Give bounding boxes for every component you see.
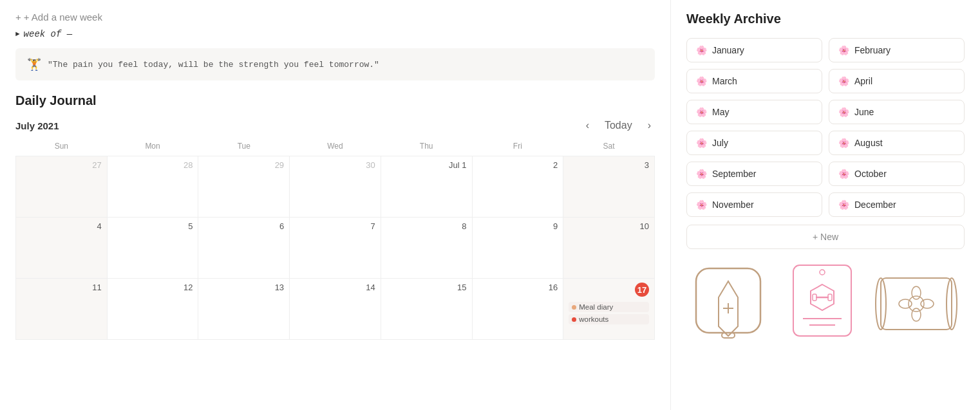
calendar-day-cell[interactable]: 9 bbox=[472, 218, 563, 279]
calendar-week-row: 27282930Jul 123 bbox=[16, 156, 655, 218]
archive-month-label: June bbox=[854, 107, 874, 117]
calendar-day-cell[interactable]: 10 bbox=[563, 218, 655, 279]
calendar-grid: Sun Mon Tue Wed Thu Fri Sat 27282930Jul … bbox=[15, 139, 655, 340]
day-number: 14 bbox=[366, 283, 375, 292]
calendar-day-cell[interactable]: 27 bbox=[16, 156, 108, 218]
left-panel: + + Add a new week ► week of — 🏋️ "The p… bbox=[0, 0, 671, 410]
calendar-day-cell[interactable]: 2 bbox=[472, 156, 563, 218]
yoga-illustration bbox=[874, 262, 958, 346]
event-dot bbox=[572, 317, 576, 322]
calendar-day-cell[interactable]: 13 bbox=[198, 279, 290, 340]
day-number: 12 bbox=[184, 283, 193, 292]
day-number: 5 bbox=[188, 221, 193, 231]
archive-grid: 🌸January🌸February🌸March🌸April🌸May🌸June🌸J… bbox=[686, 38, 965, 217]
add-week-label: + Add a new week bbox=[24, 12, 102, 23]
day-number: 15 bbox=[457, 283, 466, 292]
day-number: 16 bbox=[549, 283, 558, 292]
archive-month-icon: 🌸 bbox=[838, 76, 849, 86]
new-button[interactable]: + New bbox=[686, 225, 965, 249]
calendar-day-cell[interactable]: 7 bbox=[290, 218, 381, 279]
calendar-day-cell[interactable]: 6 bbox=[198, 218, 290, 279]
prev-month-button[interactable]: ‹ bbox=[582, 118, 593, 133]
calendar-week-row: 11121314151617Meal diaryworkouts bbox=[16, 279, 655, 340]
archive-month-label: July bbox=[712, 138, 728, 148]
svg-rect-0 bbox=[696, 268, 760, 333]
archive-month-label: August bbox=[854, 138, 883, 148]
svg-point-19 bbox=[921, 299, 934, 308]
archive-month-icon: 🌸 bbox=[696, 138, 707, 148]
week-of-row[interactable]: ► week of — bbox=[15, 29, 655, 39]
next-month-button[interactable]: › bbox=[644, 118, 655, 133]
calendar-day-cell[interactable]: 17Meal diaryworkouts bbox=[563, 279, 655, 340]
col-sun: Sun bbox=[16, 139, 108, 156]
archive-month-icon: 🌸 bbox=[696, 107, 707, 117]
svg-point-17 bbox=[912, 308, 921, 321]
day-number: 2 bbox=[553, 160, 558, 170]
calendar-days-header: Sun Mon Tue Wed Thu Fri Sat bbox=[16, 139, 655, 156]
calendar-day-cell[interactable]: 30 bbox=[290, 156, 381, 218]
calendar-day-cell[interactable]: 3 bbox=[563, 156, 655, 218]
quote-box: 🏋️ "The pain you feel today, will be the… bbox=[15, 48, 655, 80]
calendar-day-cell[interactable]: 14 bbox=[290, 279, 381, 340]
archive-month-item[interactable]: 🌸October bbox=[829, 162, 965, 186]
weekly-archive-title: Weekly Archive bbox=[686, 12, 965, 26]
archive-month-icon: 🌸 bbox=[696, 76, 707, 86]
archive-month-item[interactable]: 🌸March bbox=[686, 69, 822, 93]
day-number: 29 bbox=[275, 160, 284, 170]
archive-month-item[interactable]: 🌸May bbox=[686, 100, 822, 124]
archive-month-icon: 🌸 bbox=[838, 200, 849, 210]
calendar-header: July 2021 ‹ Today › bbox=[15, 118, 655, 133]
calendar-day-cell[interactable]: 5 bbox=[107, 218, 198, 279]
add-week-button[interactable]: + + Add a new week bbox=[15, 12, 655, 23]
calendar-day-cell[interactable]: 4 bbox=[16, 218, 108, 279]
calendar-day-cell[interactable]: 15 bbox=[381, 279, 472, 340]
calendar-nav: ‹ Today › bbox=[582, 118, 655, 133]
illustrations bbox=[686, 262, 965, 346]
day-number: 7 bbox=[371, 221, 375, 231]
day-number: 4 bbox=[97, 221, 101, 231]
archive-month-icon: 🌸 bbox=[696, 169, 707, 179]
archive-month-item[interactable]: 🌸June bbox=[829, 100, 965, 124]
water-drop-illustration bbox=[686, 262, 770, 346]
archive-month-item[interactable]: 🌸April bbox=[829, 69, 965, 93]
svg-point-15 bbox=[909, 296, 924, 312]
svg-point-16 bbox=[912, 286, 921, 299]
day-number: 10 bbox=[640, 221, 649, 231]
archive-month-item[interactable]: 🌸December bbox=[829, 192, 965, 217]
day-number: 11 bbox=[92, 283, 101, 292]
week-of-label: week of — bbox=[24, 29, 73, 39]
day-number: 9 bbox=[553, 221, 558, 231]
plus-icon: + bbox=[15, 12, 21, 23]
archive-month-item[interactable]: 🌸July bbox=[686, 131, 822, 155]
event-tag[interactable]: workouts bbox=[569, 314, 649, 324]
calendar-day-cell[interactable]: Jul 1 bbox=[381, 156, 472, 218]
archive-month-icon: 🌸 bbox=[838, 107, 849, 117]
svg-point-11 bbox=[820, 270, 825, 275]
calendar-day-cell[interactable]: 11 bbox=[16, 279, 108, 340]
day-number: 27 bbox=[92, 160, 101, 170]
archive-month-item[interactable]: 🌸February bbox=[829, 38, 965, 62]
calendar-day-cell[interactable]: 29 bbox=[198, 156, 290, 218]
day-number: 3 bbox=[645, 160, 649, 170]
archive-month-item[interactable]: 🌸January bbox=[686, 38, 822, 62]
archive-month-item[interactable]: 🌸September bbox=[686, 162, 822, 186]
today-button[interactable]: Today bbox=[601, 118, 636, 133]
event-label: Meal diary bbox=[579, 303, 613, 311]
col-sat: Sat bbox=[563, 139, 655, 156]
col-fri: Fri bbox=[472, 139, 563, 156]
calendar-day-cell[interactable]: 8 bbox=[381, 218, 472, 279]
archive-month-label: January bbox=[712, 45, 744, 55]
archive-month-item[interactable]: 🌸November bbox=[686, 192, 822, 217]
archive-month-label: November bbox=[712, 200, 754, 210]
archive-month-item[interactable]: 🌸August bbox=[829, 131, 965, 155]
calendar-day-cell[interactable]: 28 bbox=[107, 156, 198, 218]
arrow-icon: ► bbox=[15, 30, 20, 38]
calendar-day-cell[interactable]: 16 bbox=[472, 279, 563, 340]
archive-month-label: December bbox=[854, 200, 896, 210]
day-number: 28 bbox=[184, 160, 193, 170]
svg-point-18 bbox=[899, 299, 912, 308]
quote-emoji: 🏋️ bbox=[27, 57, 41, 71]
calendar-day-cell[interactable]: 12 bbox=[107, 279, 198, 340]
archive-month-label: October bbox=[854, 169, 887, 179]
event-tag[interactable]: Meal diary bbox=[569, 302, 649, 312]
